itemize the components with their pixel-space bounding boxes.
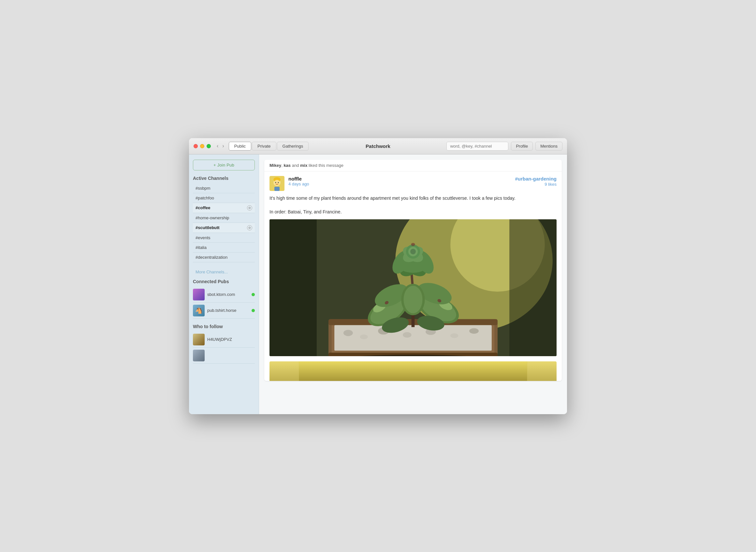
liker3: mix bbox=[300, 163, 307, 168]
likes-text-suffix: liked this message bbox=[309, 163, 343, 168]
post-likes-count: 9 likes bbox=[515, 182, 557, 187]
channel-name: #events bbox=[195, 235, 210, 240]
nav-tabs: Public Private Gatherings bbox=[229, 142, 309, 151]
back-button[interactable]: ‹ bbox=[215, 143, 219, 149]
plant-svg bbox=[270, 219, 557, 356]
app-window: ‹ › Public Private Gatherings Patchwork … bbox=[189, 138, 567, 414]
traffic-lights bbox=[193, 144, 211, 148]
follow-avatar bbox=[193, 334, 205, 346]
tab-private[interactable]: Private bbox=[252, 142, 276, 151]
notify-icon: ⊙ bbox=[247, 205, 252, 211]
pub-item[interactable]: sbot.ktorn.com bbox=[193, 287, 255, 303]
channel-name: #decentralization bbox=[195, 255, 228, 260]
connected-pubs-list: sbot.ktorn.com 🐴 pub.tshirt.horse bbox=[193, 287, 255, 319]
svg-point-17 bbox=[343, 330, 353, 336]
svg-point-4 bbox=[275, 182, 276, 183]
search-input[interactable] bbox=[446, 142, 508, 151]
notify-icon: ⊙ bbox=[247, 225, 252, 230]
pub-name: sbot.ktorn.com bbox=[207, 292, 249, 297]
channel-item[interactable]: #decentralization bbox=[193, 253, 255, 262]
post-channel-link[interactable]: #urban-gardening bbox=[515, 176, 557, 181]
svg-point-22 bbox=[450, 333, 458, 337]
svg-rect-10 bbox=[270, 219, 317, 356]
post-body: It's high time some of my plant friends … bbox=[264, 191, 562, 219]
channel-name: #ssbpm bbox=[195, 186, 210, 190]
svg-point-23 bbox=[469, 328, 479, 334]
post-user-info: noffle 4 days ago bbox=[288, 176, 309, 186]
avatar[interactable] bbox=[270, 176, 285, 191]
channel-list: #ssbpm #patchfoo #coffee ⊙ #home-ownersh… bbox=[193, 183, 255, 262]
channel-item[interactable]: #patchfoo bbox=[193, 193, 255, 203]
svg-point-3 bbox=[274, 180, 280, 186]
forward-button[interactable]: › bbox=[221, 143, 225, 149]
channel-name: #home-ownership bbox=[195, 216, 229, 220]
tab-public[interactable]: Public bbox=[229, 142, 251, 151]
minimize-button[interactable] bbox=[200, 144, 204, 148]
post-header-left: noffle 4 days ago bbox=[270, 176, 309, 191]
pub-connected-dot bbox=[252, 293, 255, 296]
who-to-follow-title: Who to follow bbox=[193, 324, 255, 329]
pub-avatar: 🐴 bbox=[193, 305, 205, 316]
pub-name: pub.tshirt.horse bbox=[207, 308, 249, 313]
active-channels-title: Active Channels bbox=[193, 176, 255, 181]
svg-rect-16 bbox=[334, 325, 492, 350]
join-pub-button[interactable]: + Join Pub bbox=[193, 160, 255, 170]
liker2: kas bbox=[284, 163, 291, 168]
follow-item[interactable]: H4UWjDPVZ bbox=[193, 332, 255, 348]
plant-photo bbox=[270, 219, 557, 356]
next-image-svg bbox=[270, 362, 557, 381]
main-content: + Join Pub Active Channels #ssbpm #patch… bbox=[189, 154, 567, 414]
tab-gatherings[interactable]: Gatherings bbox=[277, 142, 309, 151]
likes-bar: Mikey, kas and mix liked this message bbox=[264, 160, 562, 171]
app-title: Patchwork bbox=[365, 143, 391, 149]
close-button[interactable] bbox=[193, 144, 198, 148]
follow-avatar bbox=[193, 350, 205, 362]
channel-item[interactable]: #italia bbox=[193, 243, 255, 253]
liker1: Mikey bbox=[270, 163, 281, 168]
svg-rect-53 bbox=[299, 362, 527, 381]
pub-avatar bbox=[193, 289, 205, 300]
svg-point-37 bbox=[404, 285, 423, 313]
channel-name: #patchfoo bbox=[195, 195, 214, 200]
maximize-button[interactable] bbox=[206, 144, 211, 148]
user-avatar-svg bbox=[270, 176, 285, 191]
post-channel-area: #urban-gardening 9 likes bbox=[515, 176, 557, 187]
profile-button[interactable]: Profile bbox=[511, 142, 533, 151]
svg-rect-11 bbox=[509, 219, 557, 356]
post-header: noffle 4 days ago #urban-gardening 9 lik… bbox=[264, 171, 562, 191]
channel-name: #italia bbox=[195, 245, 206, 250]
svg-point-20 bbox=[403, 332, 412, 337]
svg-point-50 bbox=[411, 243, 415, 246]
svg-point-5 bbox=[278, 182, 279, 183]
svg-point-18 bbox=[360, 334, 368, 339]
svg-rect-6 bbox=[274, 187, 280, 191]
channel-item[interactable]: #home-ownership bbox=[193, 213, 255, 223]
channel-item[interactable]: #events bbox=[193, 233, 255, 243]
post-time: 4 days ago bbox=[288, 181, 309, 186]
channel-item[interactable]: #ssbpm bbox=[193, 183, 255, 193]
next-image-preview bbox=[270, 362, 557, 381]
nav-arrows: ‹ › bbox=[215, 143, 225, 149]
more-channels-link[interactable]: More Channels... bbox=[193, 268, 255, 276]
who-to-follow-list: H4UWjDPVZ bbox=[193, 332, 255, 364]
svg-point-47 bbox=[410, 249, 416, 254]
connected-pubs-title: Connected Pubs bbox=[193, 279, 255, 284]
sidebar: + Join Pub Active Channels #ssbpm #patch… bbox=[189, 154, 259, 414]
channel-item-scuttlebutt[interactable]: #scuttlebutt ⊙ bbox=[193, 223, 255, 233]
titlebar-right: Profile Mentions bbox=[446, 142, 563, 151]
post-text-1: It's high time some of my plant friends … bbox=[270, 195, 557, 202]
titlebar: ‹ › Public Private Gatherings Patchwork … bbox=[189, 138, 567, 154]
mentions-button[interactable]: Mentions bbox=[536, 142, 563, 151]
feed: Mikey, kas and mix liked this message bbox=[259, 154, 567, 414]
post-text-2: In order: Batoai, Tiny, and Francine. bbox=[270, 209, 557, 216]
post-image[interactable] bbox=[270, 219, 557, 356]
channel-item-coffee[interactable]: #coffee ⊙ bbox=[193, 203, 255, 213]
channel-name: #scuttlebutt bbox=[195, 225, 219, 230]
follow-username: H4UWjDPVZ bbox=[207, 337, 232, 342]
follow-item[interactable] bbox=[193, 348, 255, 364]
pub-item[interactable]: 🐴 pub.tshirt.horse bbox=[193, 303, 255, 319]
post-card: Mikey, kas and mix liked this message bbox=[264, 160, 562, 381]
pub-connected-dot bbox=[252, 309, 255, 312]
post-username[interactable]: noffle bbox=[288, 176, 309, 181]
channel-name: #coffee bbox=[195, 205, 210, 210]
